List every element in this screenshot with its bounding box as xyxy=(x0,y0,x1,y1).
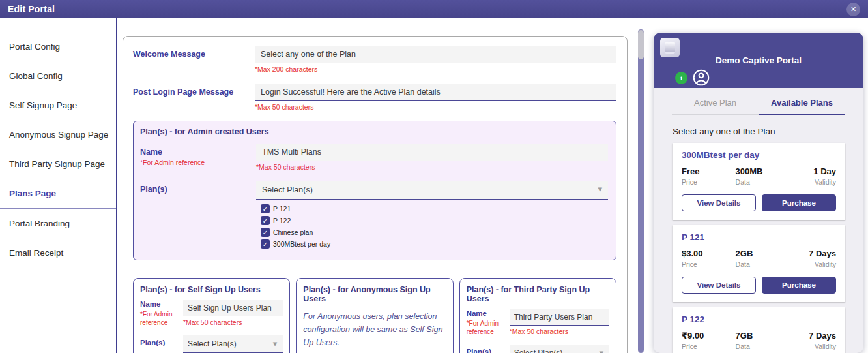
sidebar-item-portal-branding[interactable]: Portal Branding xyxy=(0,209,116,238)
anonymous-signup-plans-card: Plan(s) - for Anonymous Sign Up Users Fo… xyxy=(296,278,453,353)
plans-page-form: Welcome Message *Max 200 characters Post… xyxy=(123,36,628,353)
sidebar-item-self-signup-page[interactable]: Self Signup Page xyxy=(0,91,116,120)
sidebar-item-plans-page[interactable]: Plans Page xyxy=(0,179,116,208)
close-button[interactable]: ✕ xyxy=(846,3,860,16)
anonymous-signup-note: For Anonymous users, plan selection conf… xyxy=(303,310,446,349)
portal-title: Demo Captive Portal xyxy=(654,55,863,65)
sidebar-item-email-receipt[interactable]: Email Receipt xyxy=(0,238,116,268)
price-label: Price xyxy=(682,343,736,350)
checkbox-checked-icon: ✓ xyxy=(261,228,270,237)
validity-label: Validity xyxy=(789,343,836,350)
plan-data: 300MB xyxy=(736,166,790,176)
self-name-hint: *Max 50 characters xyxy=(183,318,283,326)
chevron-down-icon: ▾ xyxy=(598,184,602,194)
sidebar-item-portal-config[interactable]: Portal Config xyxy=(0,32,116,61)
admin-plans-label: Plan(s) xyxy=(140,181,256,251)
plan-name: P 122 xyxy=(682,315,836,324)
plan-price: $3.00 xyxy=(682,249,736,258)
anonymous-signup-title: Plan(s) - for Anonymous Sign Up Users xyxy=(303,285,446,303)
modal-header: Edit Portal ✕ xyxy=(0,0,868,18)
preview-header-icons: i xyxy=(675,69,710,86)
sidebar-item-global-config[interactable]: Global Config xyxy=(0,61,116,91)
third-plans-label: Plan(s) xyxy=(467,345,510,353)
validity-label: Validity xyxy=(789,178,836,186)
welcome-message-input[interactable] xyxy=(255,46,616,63)
admin-plans-options: ✓ P 121 ✓ P 122 ✓ Chinese plan ✓ xyxy=(256,204,608,249)
third-name-hint: *Max 50 characters xyxy=(510,328,609,335)
checkbox-option[interactable]: ✓ Chinese plan xyxy=(261,228,608,237)
self-plans-select[interactable]: Select Plan(s) ▾ xyxy=(183,335,283,353)
view-details-button[interactable]: View Details xyxy=(682,277,756,294)
admin-plans-section: Plan(s) - for Admin created Users Name *… xyxy=(133,121,616,260)
self-name-input[interactable] xyxy=(183,300,283,316)
admin-plans-select[interactable]: Select Plan(s) ▾ xyxy=(256,181,608,200)
price-label: Price xyxy=(682,178,736,186)
third-party-plans-card: Plan(s) - for Third Party Sign Up Users … xyxy=(459,278,616,353)
info-icon[interactable]: i xyxy=(675,72,687,84)
checkbox-option[interactable]: ✓ P 121 xyxy=(261,204,608,213)
close-icon: ✕ xyxy=(850,3,856,16)
post-login-message-hint: *Max 50 characters xyxy=(255,103,616,111)
plan-validity: 1 Day xyxy=(789,166,836,176)
data-label: Data xyxy=(736,178,790,186)
edit-portal-modal: Edit Portal ✕ Portal Config Global Confi… xyxy=(0,0,868,353)
admin-name-input[interactable] xyxy=(256,144,608,161)
sidebar-item-third-party-signup-page[interactable]: Third Party Signup Page xyxy=(0,149,116,179)
plan-price: ₹9.00 xyxy=(682,331,736,341)
portal-preview-panel: Demo Captive Portal i Active Plan Availa… xyxy=(654,33,863,353)
sidebar-item-anonymous-signup-page[interactable]: Anonymous Signup Page xyxy=(0,120,116,149)
checkbox-option[interactable]: ✓ 300MBtest per day xyxy=(261,239,608,249)
data-label: Data xyxy=(736,260,790,268)
plan-card: P 121 $3.00 Price 2GB Data 7 Days Validi… xyxy=(673,225,845,302)
device-image xyxy=(665,42,675,54)
self-signup-plans-card: Plan(s) - for Self Sign Up Users Name *F… xyxy=(133,278,290,353)
admin-plans-section-title: Plan(s) - for Admin created Users xyxy=(140,127,608,136)
self-signup-title: Plan(s) - for Self Sign Up Users xyxy=(140,285,283,294)
admin-name-label: Name *For Admin reference xyxy=(140,144,256,171)
plan-price: Free xyxy=(682,166,736,176)
preview-tabs: Active Plan Available Plans xyxy=(654,88,863,115)
chevron-down-icon: ▾ xyxy=(599,348,603,353)
checkbox-option[interactable]: ✓ P 122 xyxy=(261,216,608,225)
preview-header: Demo Captive Portal i xyxy=(654,33,863,88)
admin-name-note: *For Admin reference xyxy=(140,159,256,168)
welcome-message-hint: *Max 200 characters xyxy=(255,65,616,73)
post-login-message-label: Post Login Page Message xyxy=(133,84,255,111)
vertical-scrollbar-thumb[interactable] xyxy=(638,30,644,59)
price-label: Price xyxy=(682,260,736,268)
checkbox-checked-icon: ✓ xyxy=(261,216,270,225)
purchase-button[interactable]: Purchase xyxy=(762,194,836,211)
tab-active-plan[interactable]: Active Plan xyxy=(672,88,759,115)
plan-validity: 7 Days xyxy=(789,249,836,258)
tab-available-plans[interactable]: Available Plans xyxy=(759,88,845,115)
checkbox-checked-icon: ✓ xyxy=(261,239,270,249)
plan-data: 7GB xyxy=(736,331,790,341)
admin-name-hint: *Max 50 characters xyxy=(256,163,608,171)
view-details-button[interactable]: View Details xyxy=(682,194,756,211)
plan-validity: 7 Days xyxy=(789,331,836,341)
vertical-scrollbar-track[interactable] xyxy=(638,29,644,353)
third-plans-select[interactable]: Select Plan(s) ▾ xyxy=(510,345,609,353)
post-login-message-input[interactable] xyxy=(255,84,616,101)
self-name-note: *For Admin reference xyxy=(140,310,183,327)
signup-plan-cards: Plan(s) - for Self Sign Up Users Name *F… xyxy=(133,278,616,353)
third-name-input[interactable] xyxy=(510,309,609,326)
welcome-message-label: Welcome Message xyxy=(133,46,255,73)
checkbox-checked-icon: ✓ xyxy=(261,204,270,213)
sidebar-nav: Portal Config Global Config Self Signup … xyxy=(0,18,117,353)
plan-name: P 121 xyxy=(682,232,836,242)
plan-data: 2GB xyxy=(736,249,790,258)
self-plans-label: Plan(s) xyxy=(140,335,183,353)
portal-logo xyxy=(660,38,680,57)
plan-name: 300MBtest per day xyxy=(682,150,836,160)
chevron-down-icon: ▾ xyxy=(273,339,278,348)
data-label: Data xyxy=(736,343,790,350)
purchase-button[interactable]: Purchase xyxy=(762,277,836,294)
third-party-title: Plan(s) - for Third Party Sign Up Users xyxy=(467,285,609,303)
self-name-label: Name *For Admin reference xyxy=(140,300,183,327)
account-icon[interactable] xyxy=(693,69,710,86)
validity-label: Validity xyxy=(789,260,836,268)
plan-card: 300MBtest per day Free Price 300MB Data … xyxy=(673,143,845,220)
third-name-label: Name *For Admin reference xyxy=(467,309,510,336)
third-name-note: *For Admin reference xyxy=(467,319,510,336)
